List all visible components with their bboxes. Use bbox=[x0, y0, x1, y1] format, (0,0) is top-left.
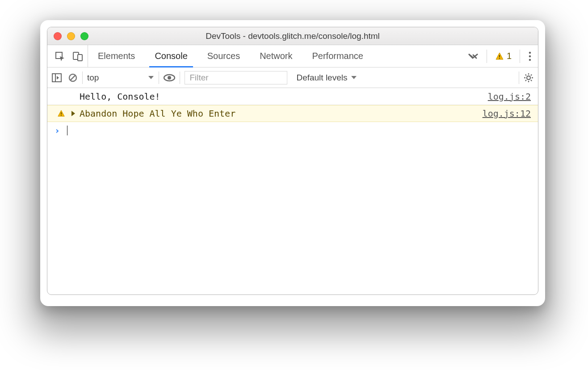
context-label: top bbox=[87, 73, 99, 83]
svg-rect-2 bbox=[78, 55, 82, 61]
console-message: Hello, Console! bbox=[78, 91, 488, 102]
tabs-right-controls: 1 bbox=[468, 45, 538, 67]
toggle-sidebar-icon[interactable] bbox=[52, 73, 62, 82]
window-title: DevTools - devtools.glitch.me/console/lo… bbox=[47, 31, 538, 41]
console-toolbar: top Default levels bbox=[47, 67, 538, 88]
svg-rect-24 bbox=[61, 115, 62, 116]
console-source-link[interactable]: log.js:12 bbox=[483, 108, 533, 119]
zoom-window-button[interactable] bbox=[80, 32, 88, 40]
panel-tabs: Elements Console Sources Network Perform… bbox=[47, 45, 538, 67]
warning-count: 1 bbox=[507, 51, 512, 61]
console-settings-icon[interactable] bbox=[524, 73, 533, 83]
warning-icon bbox=[495, 52, 504, 61]
tab-label: Sources bbox=[207, 51, 240, 61]
context-selector[interactable]: top bbox=[83, 67, 159, 88]
log-levels-selector[interactable]: Default levels bbox=[292, 73, 361, 83]
console-row-log: Hello, Console! log.js:2 bbox=[47, 88, 538, 105]
close-window-button[interactable] bbox=[54, 32, 62, 40]
console-output: Hello, Console! log.js:2 Abandon Hope Al… bbox=[47, 88, 538, 294]
more-tabs-icon[interactable] bbox=[468, 53, 479, 59]
warning-icon bbox=[57, 109, 65, 118]
tab-console[interactable]: Console bbox=[145, 45, 197, 67]
svg-point-5 bbox=[529, 51, 531, 54]
svg-line-11 bbox=[71, 75, 76, 80]
filter-input[interactable] bbox=[185, 71, 287, 84]
svg-point-7 bbox=[529, 59, 531, 61]
chevron-down-icon bbox=[148, 76, 154, 80]
kebab-menu-icon[interactable] bbox=[528, 51, 532, 62]
tab-performance[interactable]: Performance bbox=[302, 45, 374, 67]
live-expression-icon[interactable] bbox=[164, 74, 175, 82]
device-toolbar-icon[interactable] bbox=[72, 51, 83, 62]
expand-arrow-icon[interactable] bbox=[69, 111, 78, 116]
tab-label: Console bbox=[155, 51, 187, 61]
tab-network[interactable]: Network bbox=[250, 45, 302, 67]
tab-label: Performance bbox=[312, 51, 364, 61]
tab-label: Network bbox=[260, 51, 292, 61]
svg-line-19 bbox=[525, 74, 526, 75]
warnings-summary[interactable]: 1 bbox=[495, 51, 512, 61]
traffic-lights bbox=[54, 27, 88, 45]
svg-line-20 bbox=[531, 80, 532, 81]
minimize-window-button[interactable] bbox=[67, 32, 75, 40]
clear-console-icon[interactable] bbox=[68, 73, 78, 83]
inspect-tools bbox=[47, 45, 88, 67]
svg-line-21 bbox=[525, 80, 526, 81]
input-caret bbox=[67, 126, 67, 135]
svg-point-6 bbox=[529, 55, 531, 57]
svg-point-14 bbox=[527, 76, 530, 80]
inspect-element-icon[interactable] bbox=[55, 51, 65, 62]
svg-line-22 bbox=[531, 74, 532, 75]
console-prompt[interactable]: › bbox=[47, 122, 538, 139]
tab-label: Elements bbox=[98, 51, 135, 61]
levels-label: Default levels bbox=[296, 73, 347, 83]
tab-elements[interactable]: Elements bbox=[88, 45, 145, 67]
svg-rect-4 bbox=[499, 58, 500, 59]
console-row-warning: Abandon Hope All Ye Who Enter log.js:12 bbox=[47, 105, 538, 122]
console-message: Abandon Hope All Ye Who Enter bbox=[78, 108, 483, 119]
tab-sources[interactable]: Sources bbox=[197, 45, 250, 67]
titlebar: DevTools - devtools.glitch.me/console/lo… bbox=[47, 27, 538, 45]
prompt-chevron-icon: › bbox=[54, 125, 64, 136]
console-source-link[interactable]: log.js:2 bbox=[488, 91, 533, 102]
devtools-window: DevTools - devtools.glitch.me/console/lo… bbox=[47, 27, 538, 295]
svg-point-13 bbox=[168, 76, 171, 80]
svg-rect-23 bbox=[61, 112, 62, 114]
svg-rect-9 bbox=[52, 74, 55, 82]
chevron-down-icon bbox=[351, 76, 357, 80]
svg-rect-3 bbox=[499, 55, 500, 57]
